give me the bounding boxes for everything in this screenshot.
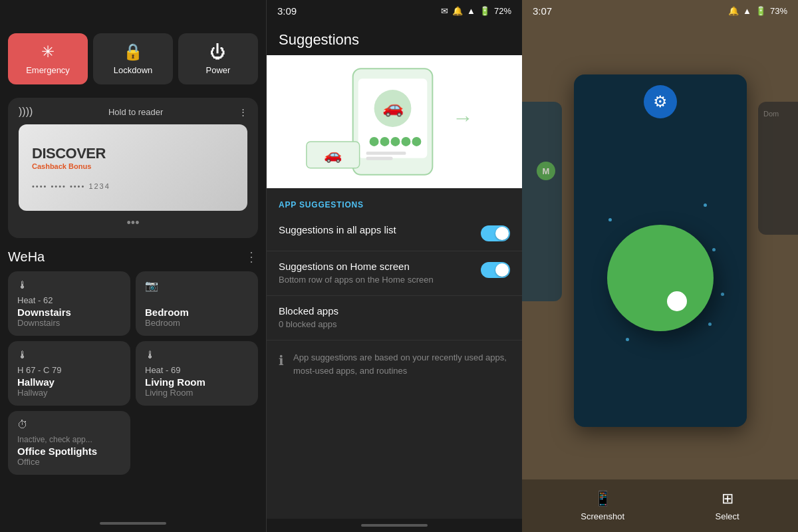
home-indicator-p2 (361, 524, 428, 527)
power-label: Power (206, 65, 231, 75)
device-sub-bedroom: Bedroom (145, 318, 249, 328)
app-suggestions-label: APP SUGGESTIONS (267, 188, 522, 215)
device-grid: 🌡 Heat - 62 Downstairs Downstairs 📷 Bedr… (0, 267, 266, 479)
recent-apps-panel: 3:07 🔔 ▲ 🔋 73% M ⚙ (522, 0, 798, 532)
status-time-p3: 3:07 (533, 5, 552, 17)
thermometer-icon-hallway: 🌡 (17, 349, 121, 361)
battery-icon: 🔋 (479, 6, 490, 16)
status-time-p2: 3:09 (277, 5, 297, 17)
emergency-label: Emergency (26, 65, 70, 75)
home-indicator (100, 522, 166, 525)
suggestions-home-sub: Bottom row of apps on the Home screen (279, 274, 473, 286)
dot-5 (708, 323, 712, 326)
discover-sub: Cashback Bonus (32, 162, 91, 170)
info-text: App suggestions are based on your recent… (293, 351, 510, 377)
screenshot-button[interactable]: 📱 Screenshot (581, 490, 624, 521)
inactive-icon: ⏱ (17, 419, 121, 431)
emergency-icon: ✳ (41, 43, 55, 61)
message-icon: ✉ (441, 6, 448, 16)
svg-point-9 (412, 137, 421, 146)
device-card-livingroom[interactable]: 🌡 Heat - 69 Living Room Living Room (136, 341, 258, 406)
card-more-icon[interactable]: ••• (127, 216, 140, 230)
device-temp-office: Inactive, check app... (17, 435, 121, 444)
power-icon: ⏻ (210, 43, 226, 61)
wallet-card-section: )))) Hold to reader ⋮ DISCOVER Cashback … (8, 98, 258, 238)
settings-item-all-apps[interactable]: Suggestions in all apps list (267, 215, 522, 251)
suggestions-all-apps-title: Suggestions in all apps list (279, 224, 473, 235)
camera-icon: 📷 (145, 279, 249, 292)
device-card-hallway[interactable]: 🌡 H 67 - C 79 Hallway Hallway (8, 341, 130, 406)
svg-rect-11 (366, 157, 393, 160)
nfc-icon: )))) (19, 106, 33, 118)
suggestions-illustration: 🚗 → 🚗 (267, 55, 522, 188)
svg-point-8 (401, 137, 410, 146)
settings-item-blocked[interactable]: Blocked apps 0 blocked apps (267, 296, 522, 340)
wifi-icon: ▲ (467, 6, 475, 16)
suggestions-title: Suggestions (267, 22, 522, 55)
emergency-button[interactable]: ✳ Emergency (8, 33, 88, 84)
avatar-m: M (537, 162, 555, 180)
settings-item-text-home: Suggestions on Home screen Bottom row of… (279, 261, 481, 286)
weha-header: WeHa ⋮ (8, 249, 258, 265)
svg-text:🚗: 🚗 (324, 146, 342, 164)
screenshot-label: Screenshot (581, 511, 624, 521)
settings-item-text-blocked: Blocked apps 0 blocked apps (279, 305, 510, 331)
svg-rect-10 (366, 152, 406, 155)
device-temp-living: Heat - 69 (145, 365, 249, 375)
weha-title: WeHa (8, 249, 45, 265)
card-number: •••• •••• •••• 1234 (32, 182, 110, 190)
settings-item-text-all-apps: Suggestions in all apps list (279, 224, 481, 235)
settings-app-card[interactable]: ⚙ (574, 74, 747, 427)
status-bar-panel2: 3:09 ✉ 🔔 ▲ 🔋 72% (267, 0, 522, 22)
lockdown-label: Lockdown (114, 65, 153, 75)
device-name-downstairs: Downstairs (17, 307, 121, 318)
device-card-downstairs[interactable]: 🌡 Heat - 62 Downstairs Downstairs (8, 271, 130, 336)
device-sub-downstairs: Downstairs (17, 318, 121, 328)
partial-card-right[interactable]: Dom (758, 102, 798, 235)
suggestions-panel: 3:09 ✉ 🔔 ▲ 🔋 72% Suggestions 🚗 (266, 0, 522, 532)
svg-text:🚗: 🚗 (382, 96, 404, 118)
discover-card[interactable]: DISCOVER Cashback Bonus •••• •••• •••• 1… (19, 124, 247, 211)
home-indicator-bar (0, 519, 266, 532)
smart-home-panel: ✳ Emergency 🔒 Lockdown ⏻ Power )))) Hold… (0, 0, 266, 532)
device-name-living: Living Room (145, 376, 249, 388)
battery-icon-p3: 🔋 (755, 6, 766, 16)
device-name-hallway: Hallway (17, 376, 121, 388)
dot-6 (626, 338, 629, 341)
app-card-header: ⚙ (574, 74, 747, 129)
settings-item-home-screen[interactable]: Suggestions on Home screen Bottom row of… (267, 251, 522, 296)
more-options-icon[interactable]: ⋮ (239, 107, 247, 117)
toggle-all-apps[interactable] (481, 225, 510, 241)
dot-3 (712, 248, 716, 251)
device-name-office: Office Spotlights (17, 446, 121, 457)
quick-buttons-row: ✳ Emergency 🔒 Lockdown ⏻ Power (0, 0, 266, 92)
battery-percent: 72% (494, 6, 511, 16)
thermometer-icon: 🌡 (17, 279, 121, 291)
status-bar-panel3: 3:07 🔔 ▲ 🔋 73% (522, 0, 798, 22)
green-circle (607, 225, 714, 331)
screenshot-icon: 📱 (594, 490, 612, 507)
select-button[interactable]: ⊞ Select (716, 490, 739, 521)
lockdown-button[interactable]: 🔒 Lockdown (93, 33, 173, 84)
svg-point-6 (380, 137, 390, 146)
toggle-home-screen[interactable] (481, 262, 510, 278)
select-icon: ⊞ (722, 490, 733, 507)
thermometer-icon-living: 🌡 (145, 349, 249, 361)
dot-2 (704, 203, 707, 207)
weha-more-icon[interactable]: ⋮ (245, 249, 258, 265)
device-card-bedroom[interactable]: 📷 Bedroom Bedroom (136, 271, 258, 336)
device-card-office[interactable]: ⏱ Inactive, check app... Office Spotligh… (8, 411, 130, 475)
svg-point-7 (391, 137, 400, 146)
dot-4 (721, 293, 724, 296)
lock-icon: 🔒 (123, 43, 143, 61)
device-name-bedroom: Bedroom (145, 307, 249, 318)
suggestions-home-title: Suggestions on Home screen (279, 261, 473, 272)
partial-card-left[interactable]: M (522, 102, 562, 301)
blocked-apps-sub: 0 blocked apps (279, 319, 502, 331)
device-sub-hallway: Hallway (17, 388, 121, 398)
power-button[interactable]: ⏻ Power (178, 33, 258, 84)
device-sub-living: Living Room (145, 388, 249, 398)
app-card-content (574, 129, 747, 427)
info-item: ℹ App suggestions are based on your rece… (267, 340, 522, 388)
device-sub-office: Office (17, 457, 121, 467)
